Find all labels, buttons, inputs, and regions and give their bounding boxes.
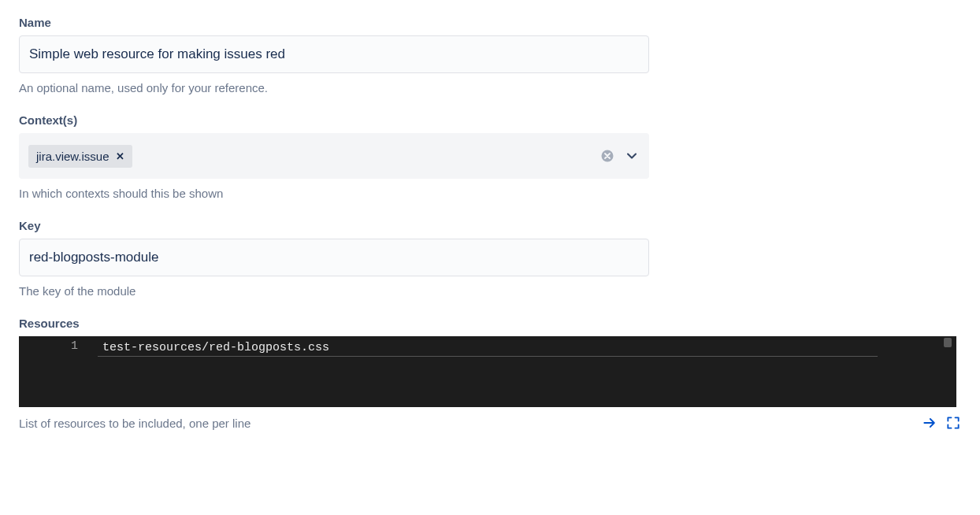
key-label: Key [19,219,961,232]
resources-code-editor[interactable]: 1 test-resources/red-blogposts.css [19,336,956,407]
footer-icons [922,415,961,431]
arrow-right-icon[interactable] [922,415,937,431]
name-label: Name [19,16,961,29]
name-description: An optional name, used only for your ref… [19,81,961,94]
expand-icon[interactable] [945,415,961,431]
resources-footer: List of resources to be included, one pe… [19,415,961,431]
name-field-group: Name An optional name, used only for you… [19,16,961,94]
code-line[interactable]: test-resources/red-blogposts.css [98,339,878,357]
code-content-wrapper: test-resources/red-blogposts.css [19,338,956,407]
context-tag-label: jira.view.issue [36,150,110,163]
multiselect-controls [600,148,640,164]
resources-description: List of resources to be included, one pe… [19,417,251,430]
contexts-multiselect[interactable]: jira.view.issue ✕ [19,133,649,179]
contexts-tags-container: jira.view.issue ✕ [28,145,132,168]
context-tag[interactable]: jira.view.issue ✕ [28,145,132,168]
contexts-field-group: Context(s) jira.view.issue ✕ In which co… [19,113,961,200]
contexts-description: In which contexts should this be shown [19,187,961,200]
resources-field-group: Resources 1 test-resources/red-blogposts… [19,317,961,431]
key-field-group: Key The key of the module [19,219,961,298]
clear-all-icon[interactable] [600,149,614,163]
scroll-indicator[interactable] [944,338,952,347]
resources-label: Resources [19,317,961,330]
close-icon[interactable]: ✕ [116,151,124,161]
key-description: The key of the module [19,284,961,298]
chevron-down-icon[interactable] [624,148,640,164]
contexts-label: Context(s) [19,113,961,127]
name-input[interactable] [19,35,649,73]
key-input[interactable] [19,239,649,276]
